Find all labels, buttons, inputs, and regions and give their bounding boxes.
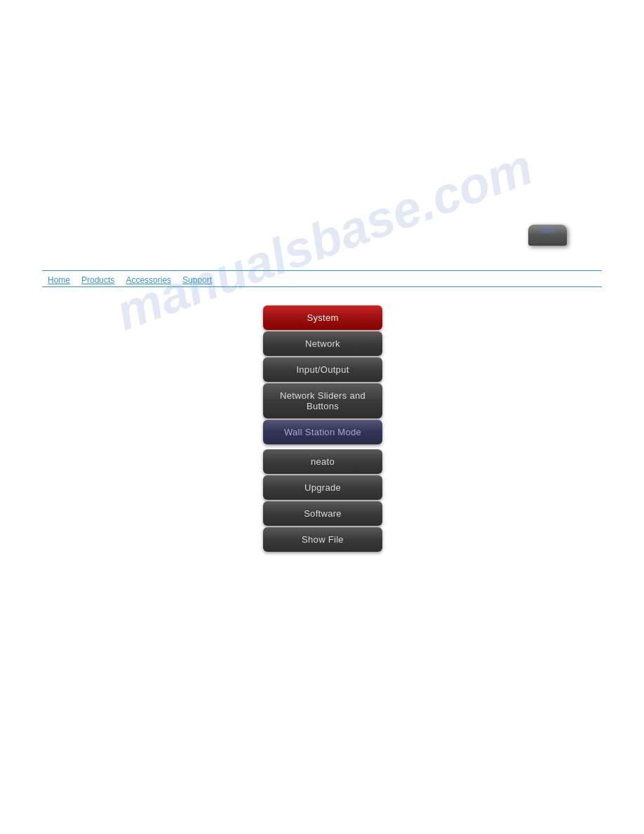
nav-links: Home Products Accessories Support	[42, 274, 602, 287]
neato-button[interactable]: neato	[263, 449, 382, 474]
network-sliders-button[interactable]: Network Sliders and Buttons	[263, 383, 382, 418]
nav-link-support[interactable]: Support	[177, 274, 217, 286]
wall-station-button[interactable]: Wall Station Mode	[263, 420, 382, 444]
nav-link-accessories[interactable]: Accessories	[120, 274, 177, 286]
inputoutput-button[interactable]: Input/Output	[263, 357, 382, 382]
bottom-divider	[42, 286, 602, 287]
menu-separator	[263, 446, 382, 448]
device-icon	[528, 225, 567, 249]
top-divider	[42, 270, 602, 271]
show-file-button[interactable]: Show File	[263, 527, 382, 552]
page-container: manualsbase.com Home Products Accessorie…	[0, 0, 644, 834]
software-button[interactable]: Software	[263, 501, 382, 526]
system-button[interactable]: System	[263, 305, 382, 330]
nav-link-products[interactable]: Products	[76, 274, 120, 286]
device-shape	[528, 225, 567, 246]
nav-link-home[interactable]: Home	[42, 274, 76, 286]
menu-container: System Network Input/Output Network Slid…	[263, 305, 382, 552]
upgrade-button[interactable]: Upgrade	[263, 475, 382, 500]
network-button[interactable]: Network	[263, 331, 382, 356]
